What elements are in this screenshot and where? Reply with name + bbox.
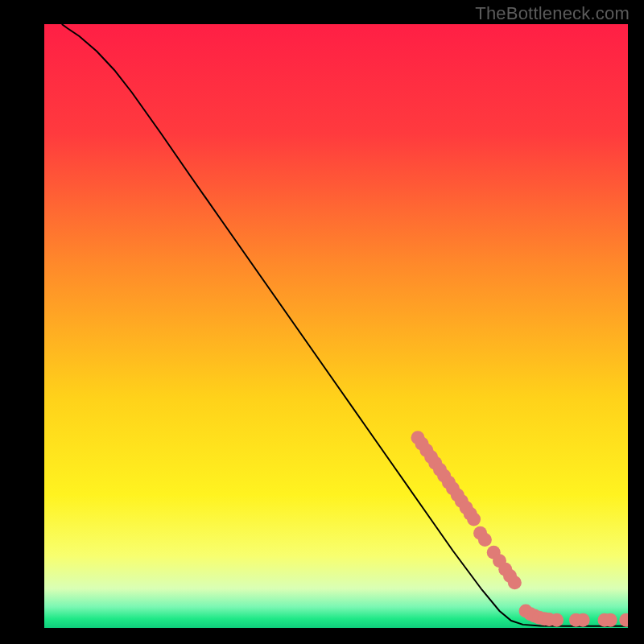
plot-area xyxy=(44,24,628,628)
data-point xyxy=(550,613,564,627)
watermark-text: TheBottleneck.com xyxy=(475,3,630,24)
chart-svg xyxy=(44,24,628,628)
data-point xyxy=(467,513,481,526)
chart-frame: TheBottleneck.com xyxy=(0,0,644,644)
gradient-background xyxy=(44,24,628,628)
data-point xyxy=(508,576,522,589)
data-point xyxy=(576,613,590,627)
data-point xyxy=(478,533,492,547)
data-point xyxy=(604,613,617,627)
